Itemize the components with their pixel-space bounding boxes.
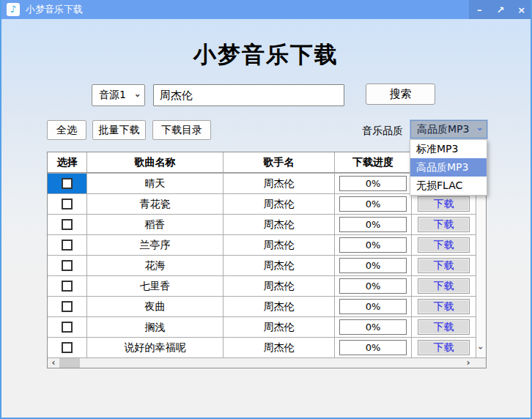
table-row: 稻香 周杰伦 0% 下载 [48, 214, 476, 234]
progress-cell: 0% [335, 194, 412, 214]
search-button[interactable]: 搜索 [366, 84, 435, 105]
scroll-right-icon[interactable]: › [462, 358, 474, 368]
progress-cell: 0% [335, 276, 412, 296]
download-button[interactable]: 下载 [418, 237, 470, 253]
app-window: ♪ 小梦音乐下载 – ↗ × 小梦音乐下载 音源1 › 搜索 全选 批量下载 下… [0, 0, 532, 419]
download-button[interactable]: 下载 [418, 196, 470, 212]
artist-cell: 周杰伦 [223, 338, 335, 357]
progress-box: 0% [339, 299, 407, 314]
source-select-value: 音源1 [99, 89, 136, 102]
progress-box: 0% [339, 196, 407, 212]
select-all-button[interactable]: 全选 [47, 120, 86, 140]
header-song: 歌曲名称 [87, 152, 223, 172]
scroll-left-icon[interactable]: ‹ [48, 358, 59, 368]
download-button[interactable]: 下载 [418, 299, 470, 314]
download-button[interactable]: 下载 [418, 278, 470, 294]
progress-box: 0% [339, 319, 407, 335]
chevron-down-icon: › [476, 127, 485, 131]
scrollbar-thumb[interactable] [59, 358, 80, 368]
header-artist: 歌手名 [223, 152, 335, 172]
scroll-down-icon[interactable]: › [476, 346, 486, 350]
download-cell: 下载 [412, 297, 476, 316]
minimize-button[interactable]: – [469, 0, 490, 19]
page-title: 小梦音乐下载 [1, 40, 531, 70]
row-select-cell[interactable] [48, 174, 87, 193]
row-checkbox[interactable] [62, 219, 73, 230]
window-title: 小梦音乐下载 [26, 3, 83, 16]
close-button[interactable]: × [511, 0, 532, 19]
app-music-note-icon: ♪ [7, 3, 20, 16]
download-button[interactable]: 下载 [418, 319, 470, 335]
quality-select[interactable]: 高品质MP3 › [410, 120, 487, 138]
download-directory-button[interactable]: 下载目录 [152, 120, 211, 140]
progress-box: 0% [339, 237, 407, 253]
row-checkbox[interactable] [62, 342, 73, 353]
table-row: 兰亭序 周杰伦 0% 下载 [48, 234, 476, 255]
progress-cell: 0% [335, 235, 412, 255]
progress-cell: 0% [335, 317, 412, 337]
row-checkbox[interactable] [62, 199, 73, 210]
download-cell: 下载 [412, 317, 476, 337]
song-name-cell: 青花瓷 [87, 194, 223, 214]
download-button[interactable]: 下载 [418, 217, 470, 232]
progress-cell: 0% [335, 338, 412, 357]
title-bar: ♪ 小梦音乐下载 – ↗ × [0, 0, 532, 19]
row-checkbox[interactable] [62, 240, 73, 251]
song-name-cell: 夜曲 [87, 297, 223, 316]
row-select-cell[interactable] [48, 235, 87, 255]
row-select-cell[interactable] [48, 317, 87, 337]
row-select-cell[interactable] [48, 194, 87, 214]
progress-box: 0% [339, 258, 407, 273]
header-progress: 下载进度 [335, 152, 412, 172]
source-select[interactable]: 音源1 › [92, 84, 145, 106]
quality-select-value: 高品质MP3 [417, 123, 479, 136]
row-checkbox[interactable] [62, 322, 73, 333]
quality-option-high-mp3[interactable]: 高品质MP3 [410, 158, 487, 177]
maximize-button[interactable]: ↗ [490, 0, 511, 19]
row-select-cell[interactable] [48, 338, 87, 357]
row-select-cell[interactable] [48, 276, 87, 296]
progress-box: 0% [339, 340, 407, 355]
download-button[interactable]: 下载 [418, 258, 470, 273]
row-checkbox[interactable] [62, 301, 73, 312]
song-name-cell: 兰亭序 [87, 235, 223, 255]
progress-cell: 0% [335, 297, 412, 316]
scrollbar-corner [474, 358, 486, 368]
artist-cell: 周杰伦 [223, 215, 335, 234]
progress-box: 0% [339, 176, 407, 191]
song-name-cell: 说好的幸福呢 [87, 338, 223, 357]
row-select-cell[interactable] [48, 215, 87, 234]
table-row: 夜曲 周杰伦 0% 下载 [48, 296, 476, 316]
progress-box: 0% [339, 278, 407, 294]
quality-option-standard-mp3[interactable]: 标准MP3 [410, 140, 487, 158]
download-button[interactable]: 下载 [418, 340, 470, 355]
song-name-cell: 花海 [87, 256, 223, 275]
download-cell: 下载 [412, 194, 476, 214]
progress-cell: 0% [335, 256, 412, 275]
table-row: 搁浅 周杰伦 0% 下载 [48, 316, 476, 337]
chevron-down-icon: › [133, 93, 143, 97]
artist-cell: 周杰伦 [223, 317, 335, 337]
song-name-cell: 七里香 [87, 276, 223, 296]
download-cell: 下载 [412, 256, 476, 275]
download-cell: 下载 [412, 235, 476, 255]
header-select: 选择 [48, 152, 87, 172]
row-select-cell[interactable] [48, 256, 87, 275]
row-select-cell[interactable] [48, 297, 87, 316]
horizontal-scrollbar[interactable]: ‹ › [48, 357, 486, 368]
artist-cell: 周杰伦 [223, 194, 335, 214]
table-row: 花海 周杰伦 0% 下载 [48, 255, 476, 275]
quality-option-flac[interactable]: 无损FLAC [410, 177, 487, 195]
batch-download-button[interactable]: 批量下载 [92, 120, 146, 140]
progress-box: 0% [339, 217, 407, 232]
artist-cell: 周杰伦 [223, 276, 335, 296]
row-checkbox[interactable] [62, 281, 73, 292]
song-name-cell: 晴天 [87, 174, 223, 193]
row-checkbox[interactable] [62, 260, 73, 271]
table-row: 说好的幸福呢 周杰伦 0% 下载 [48, 337, 476, 357]
download-cell: 下载 [412, 276, 476, 296]
row-checkbox[interactable] [62, 178, 73, 189]
window-controls: – ↗ × [469, 0, 532, 19]
download-cell: 下载 [412, 215, 476, 234]
search-input[interactable] [153, 84, 344, 106]
